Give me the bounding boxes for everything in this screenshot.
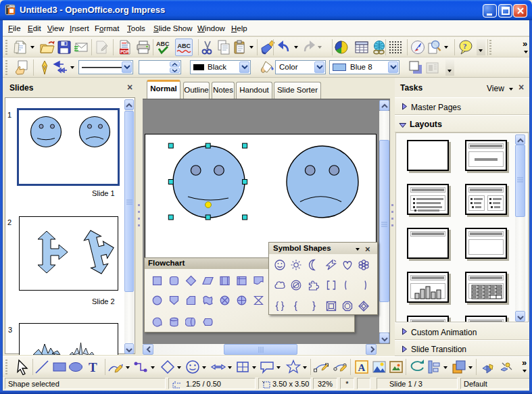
svg-text:ABC: ABC [178,43,191,49]
svg-text:A: A [358,362,366,373]
svg-text:PDF: PDF [120,49,129,54]
svg-text:T: T [89,360,97,374]
svg-text:?: ? [463,42,467,50]
svg-text:ABC: ABC [156,41,170,47]
